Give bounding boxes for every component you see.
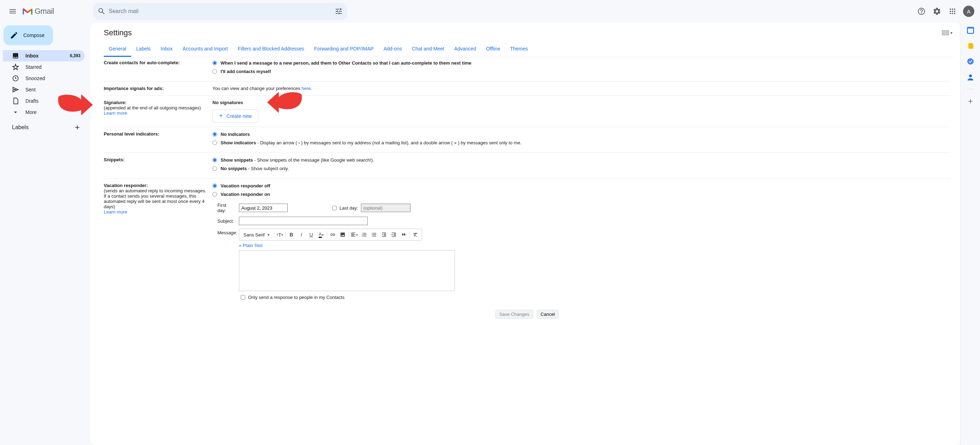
- align-icon: [350, 232, 356, 237]
- support-button[interactable]: [914, 4, 929, 18]
- bulleted-list-icon: [371, 232, 377, 237]
- tab-accounts[interactable]: Accounts and Import: [178, 42, 232, 57]
- search-options-button[interactable]: [332, 4, 346, 18]
- svg-point-4: [969, 75, 972, 77]
- tab-filters[interactable]: Filters and Blocked Addresses: [233, 42, 309, 57]
- compose-button[interactable]: Compose: [3, 25, 53, 45]
- bulleted-list-button[interactable]: [369, 230, 379, 240]
- last-day-label: Last day:: [339, 205, 358, 211]
- labels-title: Labels: [12, 124, 29, 130]
- sidebar-item-sent[interactable]: Sent: [3, 84, 85, 95]
- search-button[interactable]: [95, 4, 109, 18]
- app-header: Gmail A: [0, 0, 980, 22]
- signature-learn-more-link[interactable]: Learn more: [104, 110, 127, 116]
- message-editor[interactable]: [239, 250, 455, 291]
- snippets-opt1-radio[interactable]: [212, 158, 217, 162]
- setting-autocomplete: Create contacts for auto-complete: When …: [104, 57, 950, 81]
- tab-inbox[interactable]: Inbox: [156, 42, 178, 57]
- bold-button[interactable]: B: [286, 230, 296, 240]
- quote-icon: [401, 232, 407, 237]
- link-button[interactable]: [328, 230, 338, 240]
- setting-snippets: Snippets: Show snippets - Show snippets …: [104, 153, 950, 178]
- underline-icon: U: [310, 232, 313, 237]
- add-label-button[interactable]: [72, 122, 83, 133]
- keep-icon: [967, 42, 974, 49]
- vacation-off-radio[interactable]: [212, 183, 217, 188]
- signature-label: Signature:: [104, 100, 126, 105]
- first-day-input[interactable]: [239, 203, 288, 212]
- snippets-opt2-radio[interactable]: [212, 166, 217, 171]
- apps-grid-icon: [948, 7, 957, 16]
- tasks-app-button[interactable]: [967, 58, 974, 65]
- setting-signature: Signature: (appended at the end of all o…: [104, 95, 950, 127]
- nav-label: Snoozed: [25, 76, 80, 81]
- calendar-app-button[interactable]: [967, 27, 974, 34]
- image-button[interactable]: [338, 230, 348, 240]
- plus-icon: +: [219, 112, 223, 120]
- vacation-off-text: Vacation responder off: [221, 183, 270, 189]
- align-button[interactable]: ▾: [349, 230, 359, 240]
- tab-themes[interactable]: Themes: [505, 42, 533, 57]
- indent-less-icon: [381, 232, 387, 237]
- sidebar-item-starred[interactable]: Starred: [3, 61, 85, 73]
- italic-button[interactable]: I: [296, 230, 306, 240]
- quote-button[interactable]: [399, 230, 409, 240]
- plain-text-link[interactable]: « Plain Text: [239, 243, 262, 248]
- numbered-list-button[interactable]: [359, 230, 369, 240]
- save-changes-button[interactable]: Save Changes: [495, 310, 533, 319]
- personal-opt2-radio[interactable]: [212, 140, 217, 145]
- tab-general[interactable]: General: [104, 42, 131, 57]
- subject-input[interactable]: [239, 217, 368, 225]
- font-size-button[interactable]: тT▾: [275, 230, 285, 240]
- tab-offline[interactable]: Offline: [481, 42, 505, 57]
- apps-button[interactable]: [945, 4, 959, 18]
- last-day-input[interactable]: [361, 203, 410, 212]
- star-icon: [12, 64, 19, 71]
- contacts-only-label: Only send a response to people in my Con…: [248, 295, 344, 300]
- main-menu-button[interactable]: [4, 3, 21, 20]
- keep-app-button[interactable]: [967, 42, 974, 49]
- settings-button[interactable]: [930, 4, 944, 18]
- indent-less-button[interactable]: [379, 230, 389, 240]
- tab-forwarding[interactable]: Forwarding and POP/IMAP: [309, 42, 379, 57]
- clear-formatting-button[interactable]: [410, 230, 420, 240]
- contacts-only-checkbox[interactable]: [241, 295, 245, 300]
- no-signatures-text: No signatures: [212, 100, 950, 105]
- create-signature-button[interactable]: + Create new: [212, 110, 258, 122]
- underline-button[interactable]: U: [306, 230, 316, 240]
- indent-more-icon: [391, 232, 397, 237]
- autocomplete-opt2-radio[interactable]: [212, 69, 217, 74]
- dropdown-caret-icon: ▼: [950, 31, 953, 35]
- sidebar-item-snoozed[interactable]: Snoozed: [3, 73, 85, 84]
- vacation-on-radio[interactable]: [212, 192, 217, 197]
- get-addons-button[interactable]: [967, 98, 974, 105]
- tab-labels[interactable]: Labels: [131, 42, 156, 57]
- sidebar-item-more[interactable]: More: [3, 106, 85, 118]
- contacts-app-button[interactable]: [967, 73, 974, 81]
- vacation-learn-more-link[interactable]: Learn more: [104, 209, 127, 215]
- tab-advanced[interactable]: Advanced: [449, 42, 481, 57]
- input-tools-button[interactable]: ▼: [942, 30, 953, 35]
- clock-icon: [12, 75, 19, 82]
- nav-label: More: [25, 110, 80, 115]
- sidebar-item-inbox[interactable]: Inbox 6,393: [3, 50, 85, 61]
- search-bar: [93, 3, 347, 20]
- search-input[interactable]: [109, 8, 332, 14]
- account-avatar[interactable]: A: [963, 6, 974, 17]
- cancel-button[interactable]: Cancel: [537, 310, 558, 319]
- tab-chat[interactable]: Chat and Meet: [407, 42, 449, 57]
- svg-rect-2: [968, 29, 973, 33]
- gmail-logo[interactable]: Gmail: [22, 7, 54, 16]
- tab-addons[interactable]: Add-ons: [379, 42, 407, 57]
- autocomplete-opt1-radio[interactable]: [212, 61, 217, 65]
- text-color-button[interactable]: A▾: [316, 230, 326, 240]
- indent-more-button[interactable]: [389, 230, 399, 240]
- importance-here-link[interactable]: here: [301, 86, 310, 91]
- last-day-checkbox[interactable]: [332, 206, 337, 210]
- personal-opt1-radio[interactable]: [212, 132, 217, 137]
- font-select[interactable]: Sans Serif▼: [241, 230, 273, 240]
- nav-label: Inbox: [25, 53, 70, 59]
- nav-label: Drafts: [25, 98, 80, 104]
- svg-point-3: [967, 58, 974, 65]
- sidebar-item-drafts[interactable]: Drafts: [3, 95, 85, 106]
